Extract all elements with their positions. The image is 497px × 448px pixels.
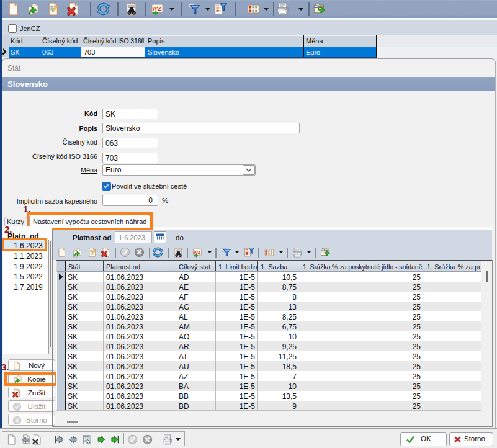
- svg-text:Z: Z: [158, 5, 162, 12]
- svg-text:A: A: [153, 5, 157, 12]
- svg-text:Z: Z: [198, 249, 201, 255]
- svg-text:A: A: [194, 249, 197, 255]
